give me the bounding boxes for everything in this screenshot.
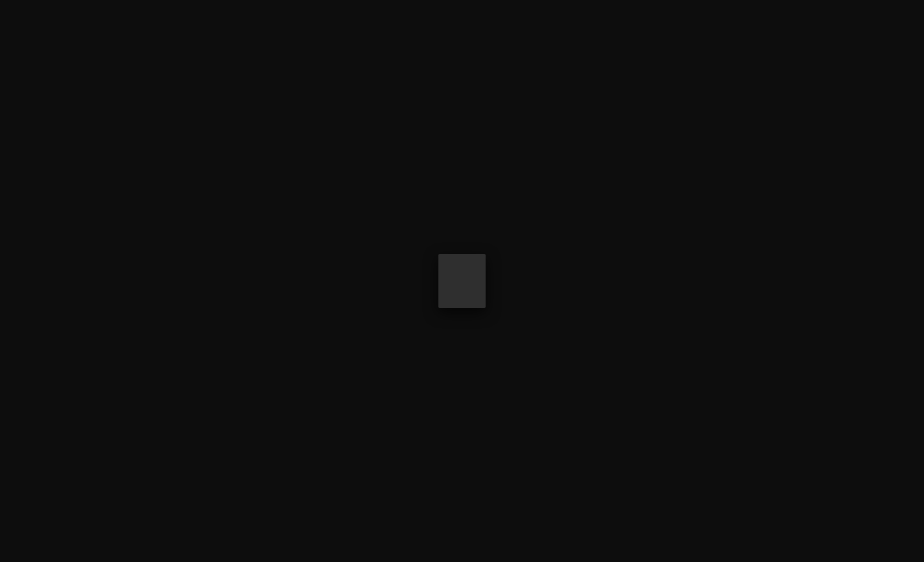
- terminal-panel[interactable]: [438, 254, 486, 308]
